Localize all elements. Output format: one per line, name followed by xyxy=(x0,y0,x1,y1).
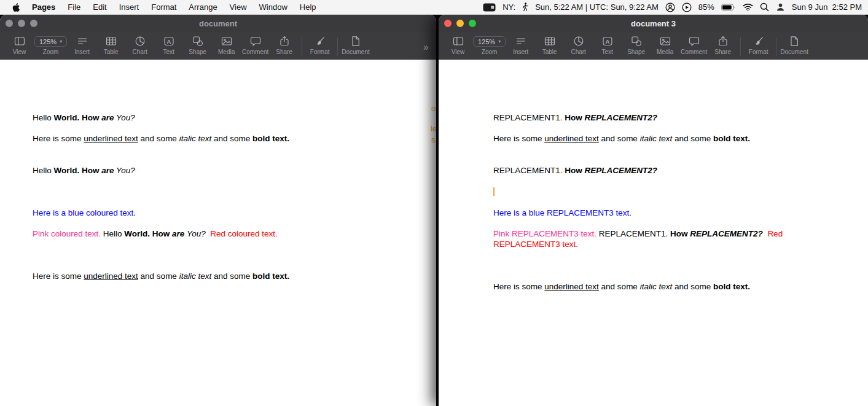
paragraph[interactable] xyxy=(33,260,436,271)
paragraph[interactable] xyxy=(33,197,436,208)
zoom-dropdown[interactable]: 125% ▾ xyxy=(473,36,506,47)
paragraph[interactable] xyxy=(493,123,837,133)
left-titlebar[interactable]: document xyxy=(0,15,436,32)
toolbar-document-button[interactable]: Document xyxy=(780,36,809,55)
document-text[interactable]: Hello World. How are You? Here is some u… xyxy=(0,60,436,281)
paragraph[interactable]: Pink REPLACEMENT3 text. REPLACEMENT1. Ho… xyxy=(493,228,837,249)
paragraph[interactable]: Here is some underlined text and some it… xyxy=(493,281,837,292)
toolbar-text-button[interactable]: A Text xyxy=(154,36,183,55)
menu-window[interactable]: Window xyxy=(253,2,294,12)
menu-help[interactable]: Help xyxy=(294,2,323,12)
toolbar-share-button[interactable]: Share xyxy=(708,36,737,55)
paragraph[interactable] xyxy=(493,144,837,155)
toolbar-media-button[interactable]: Media xyxy=(212,36,241,55)
zoom-dropdown[interactable]: 125% ▾ xyxy=(34,36,67,47)
paragraph[interactable]: Hello World. How are You? xyxy=(33,112,436,123)
paragraph[interactable]: Here is some underlined text and some it… xyxy=(33,271,436,281)
toolbar-chart-button[interactable]: Chart xyxy=(125,36,154,55)
screen-indicator-icon[interactable] xyxy=(483,3,496,12)
paragraph[interactable] xyxy=(33,186,436,197)
paragraph[interactable] xyxy=(493,155,837,165)
paragraph[interactable]: REPLACEMENT1. How REPLACEMENT2? xyxy=(493,165,837,176)
text-run: Here is some xyxy=(493,134,544,143)
document-text[interactable]: REPLACEMENT1. How REPLACEMENT2? Here is … xyxy=(439,60,868,292)
fullscreen-button[interactable] xyxy=(30,20,37,27)
text-run: Here is some xyxy=(493,282,544,291)
toolbar-comment-button[interactable]: Comment xyxy=(679,36,708,55)
paragraph[interactable] xyxy=(33,218,436,228)
paragraph[interactable] xyxy=(493,176,837,186)
toolbar-overflow-button[interactable]: » xyxy=(420,42,431,53)
minimize-button[interactable] xyxy=(18,20,25,27)
text-run: underlined text xyxy=(544,134,599,143)
toolbar-media-button[interactable]: Media xyxy=(651,36,679,55)
document-canvas[interactable]: REPLACEMENT1. How REPLACEMENT2? Here is … xyxy=(439,60,868,406)
minimize-button[interactable] xyxy=(456,20,464,27)
paragraph[interactable]: Here is some underlined text and some it… xyxy=(33,133,436,144)
paragraph[interactable] xyxy=(33,250,436,260)
paragraph[interactable] xyxy=(33,176,436,186)
toolbar-format-button[interactable]: Format xyxy=(305,36,334,55)
toolbar-comment-button[interactable]: Comment xyxy=(241,36,270,55)
paragraph[interactable]: Pink coloured text. Hello World. How are… xyxy=(33,228,436,239)
battery-icon[interactable] xyxy=(721,4,736,11)
paragraph[interactable] xyxy=(33,123,436,133)
table-icon xyxy=(106,36,117,47)
insertion-point-line[interactable] xyxy=(493,186,837,197)
text-run: italic text xyxy=(640,134,673,143)
now-playing-icon[interactable] xyxy=(682,2,692,12)
toolbar-zoom-control[interactable]: 125% ▾ Zoom xyxy=(34,36,68,55)
pages-window-document: document View 125% ▾ Zoom Insert xyxy=(0,15,436,406)
toolbar-view-button[interactable]: View xyxy=(5,36,34,55)
wifi-icon[interactable] xyxy=(743,3,753,11)
menu-file[interactable]: File xyxy=(61,2,87,12)
toolbar-text-button[interactable]: A Text xyxy=(593,36,622,55)
menu-format[interactable]: Format xyxy=(145,2,182,12)
toolbar-zoom-control[interactable]: 125% ▾ Zoom xyxy=(472,36,506,55)
text-run: World. xyxy=(54,113,80,122)
toolbar-share-button[interactable]: Share xyxy=(270,36,299,55)
paragraph[interactable]: Here is a blue coloured text. xyxy=(33,208,436,218)
document-canvas[interactable]: Hello World. How are You? Here is some u… xyxy=(0,60,436,406)
right-titlebar[interactable]: document 3 xyxy=(439,15,868,32)
paragraph[interactable]: REPLACEMENT1. How REPLACEMENT2? xyxy=(493,112,837,123)
paragraph[interactable]: Hello World. How are You? xyxy=(33,165,436,176)
paragraph[interactable] xyxy=(33,144,436,155)
menu-edit[interactable]: Edit xyxy=(87,2,112,12)
paragraph[interactable]: Here is a blue REPLACEMENT3 text. xyxy=(493,208,837,218)
account-circle-icon[interactable] xyxy=(665,2,675,12)
sidebar-view-icon xyxy=(14,36,25,47)
paragraph[interactable] xyxy=(493,250,837,260)
menu-insert[interactable]: Insert xyxy=(113,2,146,12)
paragraph[interactable] xyxy=(493,271,837,281)
paragraph[interactable] xyxy=(493,260,837,271)
toolbar-shape-button[interactable]: Shape xyxy=(622,36,651,55)
paragraph[interactable] xyxy=(493,218,837,228)
paragraph[interactable] xyxy=(493,197,837,208)
toolbar-document-button[interactable]: Document xyxy=(341,36,370,55)
toolbar-table-button[interactable]: Table xyxy=(96,36,125,55)
toolbar-view-button[interactable]: View xyxy=(444,36,472,55)
apple-menu[interactable] xyxy=(6,2,26,12)
text-run: Pink coloured text. xyxy=(33,229,101,238)
user-switcher-icon[interactable] xyxy=(776,2,785,12)
toolbar-shape-button[interactable]: Shape xyxy=(183,36,212,55)
toolbar-chart-button[interactable]: Chart xyxy=(564,36,593,55)
fullscreen-button[interactable] xyxy=(469,20,476,27)
paragraph[interactable]: Here is some underlined text and some it… xyxy=(493,133,837,144)
toolbar-table-button[interactable]: Table xyxy=(535,36,564,55)
menu-app-name[interactable]: Pages xyxy=(26,2,61,12)
close-button[interactable] xyxy=(6,20,13,27)
menubar-clock[interactable]: Sun 9 Jun 2:52 PM xyxy=(792,2,862,12)
text-run: How xyxy=(565,113,584,122)
menu-arrange[interactable]: Arrange xyxy=(182,2,223,12)
toolbar-insert-button[interactable]: Insert xyxy=(506,36,535,55)
toolbar-format-button[interactable]: Format xyxy=(744,36,773,55)
spotlight-search-icon[interactable] xyxy=(760,2,769,12)
menu-view[interactable]: View xyxy=(224,2,253,12)
paragraph[interactable] xyxy=(33,239,436,249)
paragraph[interactable] xyxy=(33,155,436,165)
world-clock-times[interactable]: Sun, 5:22 AM | UTC: Sun, 9:22 AM xyxy=(535,2,659,12)
toolbar-insert-button[interactable]: Insert xyxy=(68,36,96,55)
close-button[interactable] xyxy=(444,20,452,27)
